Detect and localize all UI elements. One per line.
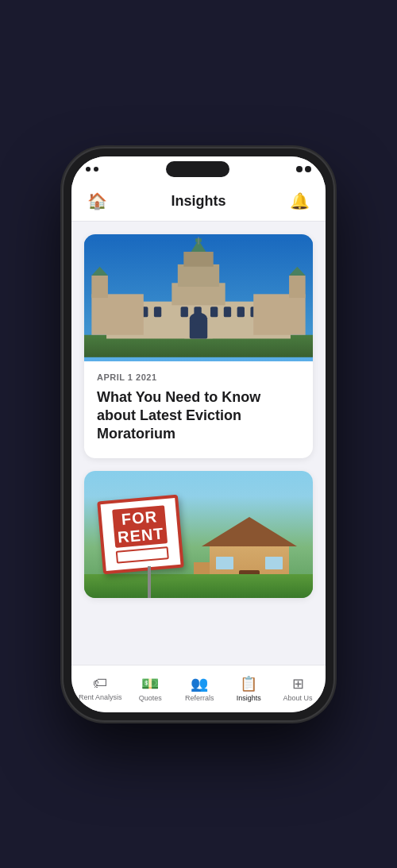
nav-item-rent-analysis[interactable]: 🏷 Rent Analysis: [79, 675, 122, 702]
svg-rect-22: [91, 294, 143, 334]
for-rent-image: FORRENT: [84, 471, 313, 598]
nav-item-insights[interactable]: 📋 Insights: [228, 675, 269, 703]
nav-item-referrals[interactable]: 👥 Referrals: [179, 675, 220, 703]
phone-device: 🏠 Insights 🔔: [64, 149, 333, 720]
phone-screen: 🏠 Insights 🔔: [71, 156, 326, 712]
nav-item-about-us[interactable]: ⊞ About Us: [277, 675, 318, 703]
page-title: Insights: [171, 193, 225, 210]
nav-item-quotes[interactable]: 💵 Quotes: [129, 675, 171, 703]
content-area: APRIL 1 2021 What You Need to Know about…: [71, 222, 326, 665]
rent-analysis-icon: 🏷: [93, 675, 107, 692]
svg-rect-10: [210, 307, 218, 317]
referrals-icon: 👥: [191, 675, 208, 692]
svg-rect-25: [253, 294, 305, 334]
status-bar-left: [86, 167, 98, 172]
about-us-label: About Us: [283, 695, 313, 703]
status-dot-2: [94, 167, 98, 172]
svg-rect-26: [289, 275, 306, 297]
article-1-content: APRIL 1 2021 What You Need to Know about…: [84, 361, 313, 458]
quotes-label: Quotes: [139, 695, 162, 703]
quotes-icon: 💵: [141, 675, 159, 692]
article-card-1[interactable]: APRIL 1 2021 What You Need to Know about…: [84, 234, 313, 458]
parliament-image: [84, 234, 313, 361]
svg-rect-23: [91, 275, 108, 297]
article-1-title: What You Need to Know about Latest Evict…: [97, 388, 300, 444]
svg-rect-18: [183, 252, 213, 267]
svg-rect-35: [265, 557, 283, 569]
notch: [166, 161, 229, 177]
for-rent-text: FORRENT: [112, 505, 168, 548]
bottom-nav: 🏷 Rent Analysis 💵 Quotes 👥 Referrals 📋 I…: [71, 665, 326, 712]
status-dot-1: [86, 167, 91, 172]
svg-rect-7: [154, 307, 161, 317]
status-bar-right: [296, 166, 311, 172]
article-1-date: APRIL 1 2021: [97, 372, 300, 382]
svg-rect-34: [216, 557, 233, 569]
referrals-label: Referrals: [185, 695, 214, 703]
about-us-icon: ⊞: [292, 675, 304, 692]
top-nav: 🏠 Insights 🔔: [71, 182, 326, 222]
status-bar: [71, 156, 326, 182]
svg-rect-8: [181, 307, 188, 317]
sensor-dot: [305, 166, 311, 172]
insights-icon: 📋: [240, 675, 257, 692]
svg-rect-12: [237, 307, 245, 317]
svg-point-29: [190, 312, 207, 324]
camera-indicator: [296, 166, 303, 172]
svg-rect-11: [224, 307, 231, 317]
svg-rect-17: [178, 264, 219, 286]
insights-label: Insights: [237, 695, 261, 703]
bell-icon[interactable]: 🔔: [290, 191, 310, 210]
for-rent-sign: FORRENT: [97, 494, 184, 574]
rent-analysis-label: Rent Analysis: [79, 694, 122, 702]
home-icon[interactable]: 🏠: [87, 191, 107, 210]
article-card-2[interactable]: FORRENT: [84, 471, 313, 598]
for-rent-blank: [116, 546, 170, 564]
svg-marker-31: [202, 517, 297, 546]
